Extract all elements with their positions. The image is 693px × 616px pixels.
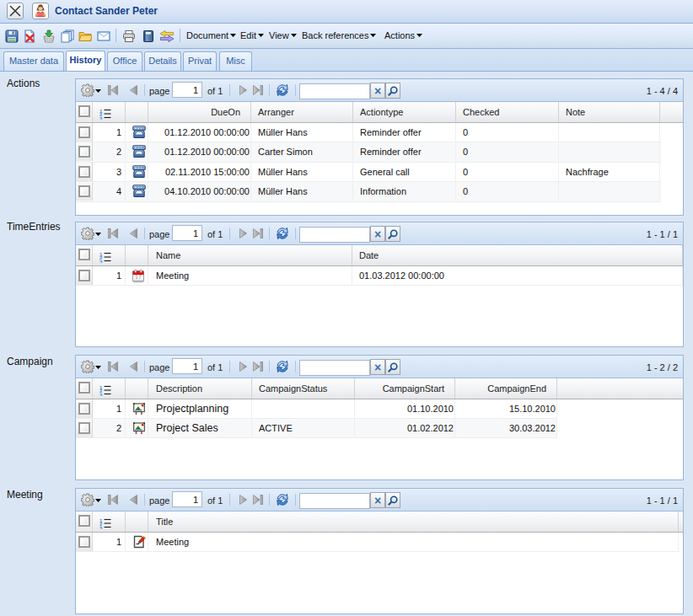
- svg-text:3: 3: [99, 393, 103, 397]
- svg-text:3: 3: [99, 116, 103, 121]
- svg-text:17: 17: [135, 274, 142, 280]
- svg-text:3: 3: [99, 526, 103, 530]
- svg-text:3: 3: [99, 260, 103, 264]
